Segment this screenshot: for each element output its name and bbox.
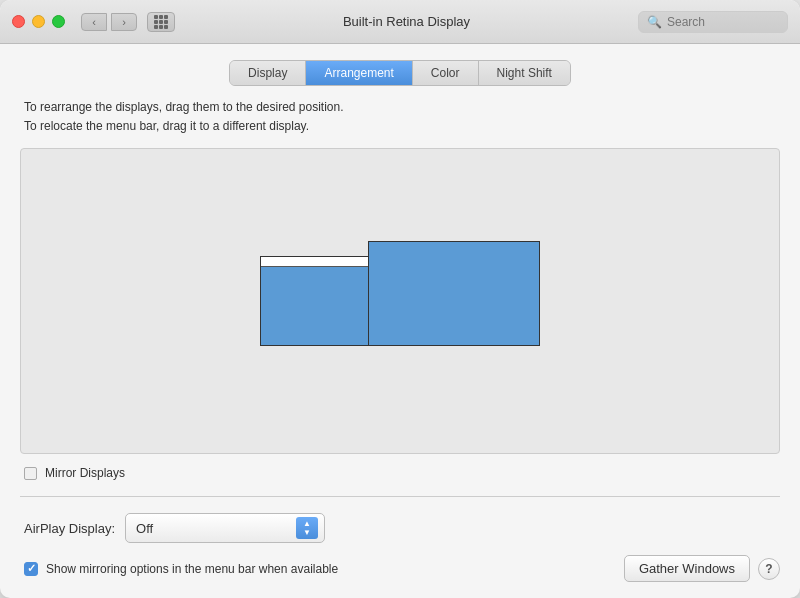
forward-button[interactable]: › bbox=[111, 13, 137, 31]
monitor-container bbox=[260, 241, 540, 361]
display-arrangement-area[interactable] bbox=[20, 148, 780, 454]
close-button[interactable] bbox=[12, 15, 25, 28]
instruction-line1: To rearrange the displays, drag them to … bbox=[24, 98, 780, 117]
grid-button[interactable] bbox=[147, 12, 175, 32]
menu-bar-indicator bbox=[261, 257, 369, 267]
bottom-row: ✓ Show mirroring options in the menu bar… bbox=[20, 555, 780, 582]
titlebar: ‹ › Built-in Retina Display 🔍 bbox=[0, 0, 800, 44]
content-area: Display Arrangement Color Night Shift To… bbox=[0, 44, 800, 598]
tab-display[interactable]: Display bbox=[230, 61, 306, 85]
show-mirroring-row: ✓ Show mirroring options in the menu bar… bbox=[24, 562, 338, 576]
show-mirroring-checkbox[interactable]: ✓ bbox=[24, 562, 38, 576]
window-title: Built-in Retina Display bbox=[175, 14, 638, 29]
maximize-button[interactable] bbox=[52, 15, 65, 28]
mirror-displays-label: Mirror Displays bbox=[45, 466, 125, 480]
airplay-select[interactable]: Off ▲ ▼ bbox=[125, 513, 325, 543]
checkmark-icon: ✓ bbox=[27, 563, 36, 574]
nav-buttons: ‹ › bbox=[81, 13, 137, 31]
mirror-displays-checkbox[interactable] bbox=[24, 467, 37, 480]
monitor-builtin[interactable] bbox=[260, 256, 370, 346]
tab-bar: Display Arrangement Color Night Shift bbox=[229, 60, 571, 86]
window: ‹ › Built-in Retina Display 🔍 Display Ar… bbox=[0, 0, 800, 598]
search-input[interactable] bbox=[667, 15, 779, 29]
search-icon: 🔍 bbox=[647, 15, 662, 29]
mirror-displays-row: Mirror Displays bbox=[20, 466, 780, 480]
instruction-line2: To relocate the menu bar, drag it to a d… bbox=[24, 117, 780, 136]
tab-color[interactable]: Color bbox=[413, 61, 479, 85]
show-mirroring-label: Show mirroring options in the menu bar w… bbox=[46, 562, 338, 576]
select-arrows-icon: ▲ ▼ bbox=[296, 517, 318, 539]
airplay-label: AirPlay Display: bbox=[24, 521, 115, 536]
monitor-external[interactable] bbox=[368, 241, 540, 346]
search-box[interactable]: 🔍 bbox=[638, 11, 788, 33]
grid-icon bbox=[154, 15, 168, 29]
minimize-button[interactable] bbox=[32, 15, 45, 28]
airplay-value: Off bbox=[136, 521, 153, 536]
gather-windows-button[interactable]: Gather Windows bbox=[624, 555, 750, 582]
tab-arrangement[interactable]: Arrangement bbox=[306, 61, 412, 85]
help-button[interactable]: ? bbox=[758, 558, 780, 580]
tab-night-shift[interactable]: Night Shift bbox=[479, 61, 570, 85]
separator bbox=[20, 496, 780, 497]
traffic-lights bbox=[12, 15, 65, 28]
back-button[interactable]: ‹ bbox=[81, 13, 107, 31]
right-buttons: Gather Windows ? bbox=[624, 555, 780, 582]
instructions: To rearrange the displays, drag them to … bbox=[20, 98, 780, 136]
airplay-row: AirPlay Display: Off ▲ ▼ bbox=[20, 513, 780, 543]
